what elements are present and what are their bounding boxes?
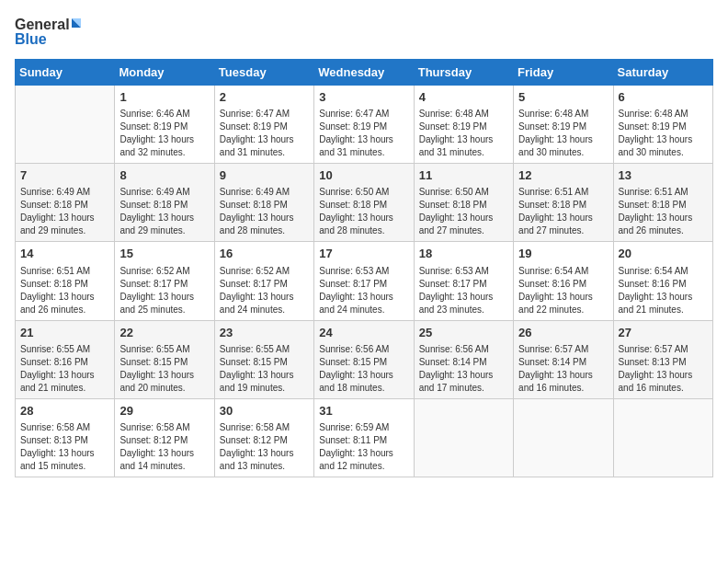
calendar-cell: 2Sunrise: 6:47 AMSunset: 8:19 PMDaylight… [214,86,313,164]
calendar-cell: 7Sunrise: 6:49 AMSunset: 8:18 PMDaylight… [16,164,115,242]
day-info: Sunrise: 6:50 AMSunset: 8:18 PMDaylight:… [419,186,508,237]
day-number: 29 [119,403,209,419]
calendar-cell: 30Sunrise: 6:58 AMSunset: 8:12 PMDayligh… [214,398,313,477]
calendar-cell [16,86,115,164]
day-number: 17 [319,246,408,262]
calendar-cell: 16Sunrise: 6:52 AMSunset: 8:17 PMDayligh… [214,242,313,320]
day-info: Sunrise: 6:54 AMSunset: 8:16 PMDaylight:… [518,265,608,316]
calendar-cell [613,398,712,477]
calendar-week-row: 14Sunrise: 6:51 AMSunset: 8:18 PMDayligh… [16,242,713,320]
calendar-cell: 10Sunrise: 6:50 AMSunset: 8:18 PMDayligh… [314,164,414,242]
col-header-tuesday: Tuesday [214,60,313,86]
calendar-cell: 22Sunrise: 6:55 AMSunset: 8:15 PMDayligh… [115,320,214,398]
day-number: 14 [20,246,109,262]
calendar-cell: 1Sunrise: 6:46 AMSunset: 8:19 PMDaylight… [115,86,214,164]
day-info: Sunrise: 6:57 AMSunset: 8:13 PMDaylight:… [619,343,708,395]
calendar-cell: 9Sunrise: 6:49 AMSunset: 8:18 PMDaylight… [214,164,313,242]
day-number: 24 [319,325,408,341]
calendar-cell: 21Sunrise: 6:55 AMSunset: 8:16 PMDayligh… [16,320,115,398]
calendar-cell: 20Sunrise: 6:54 AMSunset: 8:16 PMDayligh… [613,242,712,320]
calendar-cell: 18Sunrise: 6:53 AMSunset: 8:17 PMDayligh… [414,242,513,320]
day-number: 8 [119,167,209,184]
day-number: 18 [419,246,508,262]
calendar-cell: 29Sunrise: 6:58 AMSunset: 8:12 PMDayligh… [115,398,214,477]
calendar-header-row: SundayMondayTuesdayWednesdayThursdayFrid… [16,60,713,86]
calendar-cell: 24Sunrise: 6:56 AMSunset: 8:15 PMDayligh… [314,320,414,398]
calendar-week-row: 28Sunrise: 6:58 AMSunset: 8:13 PMDayligh… [16,398,713,477]
day-number: 25 [419,325,508,341]
day-number: 4 [419,89,508,106]
day-info: Sunrise: 6:49 AMSunset: 8:18 PMDaylight:… [20,186,109,237]
calendar-cell: 14Sunrise: 6:51 AMSunset: 8:18 PMDayligh… [16,242,115,320]
day-info: Sunrise: 6:53 AMSunset: 8:17 PMDaylight:… [319,265,408,316]
calendar-cell [414,398,513,477]
day-number: 16 [220,246,309,262]
day-info: Sunrise: 6:49 AMSunset: 8:18 PMDaylight:… [220,186,309,237]
day-info: Sunrise: 6:47 AMSunset: 8:19 PMDaylight:… [220,108,309,159]
day-info: Sunrise: 6:53 AMSunset: 8:17 PMDaylight:… [419,265,508,316]
calendar-cell: 19Sunrise: 6:54 AMSunset: 8:16 PMDayligh… [514,242,613,320]
calendar-cell: 3Sunrise: 6:47 AMSunset: 8:19 PMDaylight… [314,86,414,164]
day-number: 13 [619,167,708,184]
day-number: 1 [119,89,209,106]
day-info: Sunrise: 6:52 AMSunset: 8:17 PMDaylight:… [119,265,209,316]
day-number: 26 [518,325,608,341]
col-header-saturday: Saturday [613,60,712,86]
calendar-week-row: 1Sunrise: 6:46 AMSunset: 8:19 PMDaylight… [16,86,713,164]
day-info: Sunrise: 6:50 AMSunset: 8:18 PMDaylight:… [319,186,408,237]
calendar-cell: 5Sunrise: 6:48 AMSunset: 8:19 PMDaylight… [514,86,613,164]
calendar-table: SundayMondayTuesdayWednesdayThursdayFrid… [15,59,713,477]
day-number: 10 [319,167,408,184]
calendar-cell: 27Sunrise: 6:57 AMSunset: 8:13 PMDayligh… [613,320,712,398]
calendar-cell: 8Sunrise: 6:49 AMSunset: 8:18 PMDaylight… [115,164,214,242]
calendar-cell: 11Sunrise: 6:50 AMSunset: 8:18 PMDayligh… [414,164,513,242]
logo: GeneralBlue [15,15,88,48]
calendar-cell: 31Sunrise: 6:59 AMSunset: 8:11 PMDayligh… [314,398,414,477]
calendar-cell: 17Sunrise: 6:53 AMSunset: 8:17 PMDayligh… [314,242,414,320]
day-info: Sunrise: 6:47 AMSunset: 8:19 PMDaylight:… [319,108,408,159]
day-info: Sunrise: 6:59 AMSunset: 8:11 PMDaylight:… [319,421,408,473]
svg-text:General: General [15,17,70,32]
day-number: 2 [220,89,309,106]
calendar-cell: 28Sunrise: 6:58 AMSunset: 8:13 PMDayligh… [16,398,115,477]
page-header: GeneralBlue [15,15,713,48]
calendar-week-row: 21Sunrise: 6:55 AMSunset: 8:16 PMDayligh… [16,320,713,398]
calendar-cell: 6Sunrise: 6:48 AMSunset: 8:19 PMDaylight… [613,86,712,164]
day-info: Sunrise: 6:58 AMSunset: 8:12 PMDaylight:… [220,421,309,473]
day-number: 5 [518,89,608,106]
day-info: Sunrise: 6:58 AMSunset: 8:12 PMDaylight:… [119,421,209,473]
day-number: 15 [119,246,209,262]
day-number: 19 [518,246,608,262]
day-number: 27 [619,325,708,341]
day-number: 11 [419,167,508,184]
day-info: Sunrise: 6:48 AMSunset: 8:19 PMDaylight:… [419,108,508,159]
day-number: 12 [518,167,608,184]
logo-svg: GeneralBlue [15,15,88,48]
day-info: Sunrise: 6:55 AMSunset: 8:15 PMDaylight:… [119,343,209,395]
day-info: Sunrise: 6:48 AMSunset: 8:19 PMDaylight:… [518,108,608,159]
svg-text:Blue: Blue [15,31,47,47]
day-info: Sunrise: 6:55 AMSunset: 8:16 PMDaylight:… [20,343,109,395]
col-header-sunday: Sunday [16,60,115,86]
day-info: Sunrise: 6:54 AMSunset: 8:16 PMDaylight:… [619,265,708,316]
calendar-cell: 13Sunrise: 6:51 AMSunset: 8:18 PMDayligh… [613,164,712,242]
calendar-cell: 26Sunrise: 6:57 AMSunset: 8:14 PMDayligh… [514,320,613,398]
calendar-cell: 4Sunrise: 6:48 AMSunset: 8:19 PMDaylight… [414,86,513,164]
day-number: 31 [319,403,408,419]
col-header-thursday: Thursday [414,60,513,86]
day-info: Sunrise: 6:51 AMSunset: 8:18 PMDaylight:… [20,265,109,316]
day-number: 28 [20,403,109,419]
day-number: 30 [220,403,309,419]
day-info: Sunrise: 6:57 AMSunset: 8:14 PMDaylight:… [518,343,608,395]
col-header-monday: Monday [115,60,214,86]
day-number: 21 [20,325,109,341]
day-info: Sunrise: 6:56 AMSunset: 8:14 PMDaylight:… [419,343,508,395]
day-number: 6 [619,89,708,106]
calendar-cell: 23Sunrise: 6:55 AMSunset: 8:15 PMDayligh… [214,320,313,398]
day-number: 9 [220,167,309,184]
day-info: Sunrise: 6:51 AMSunset: 8:18 PMDaylight:… [518,186,608,237]
day-number: 20 [619,246,708,262]
day-info: Sunrise: 6:58 AMSunset: 8:13 PMDaylight:… [20,421,109,473]
day-info: Sunrise: 6:55 AMSunset: 8:15 PMDaylight:… [220,343,309,395]
day-info: Sunrise: 6:46 AMSunset: 8:19 PMDaylight:… [119,108,209,159]
